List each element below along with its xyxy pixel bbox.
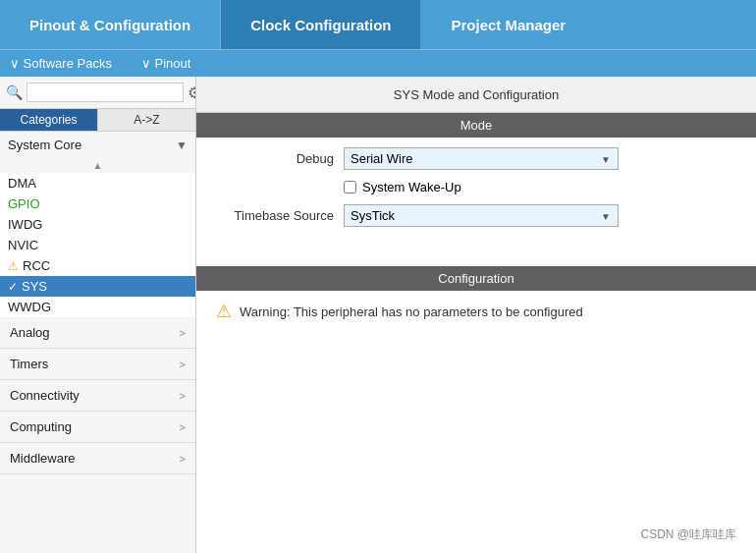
timers-label: Timers: [10, 357, 48, 371]
watermark: CSDN @哇库哇库: [640, 526, 736, 543]
timebase-select-wrapper: SysTick TIM1 TIM2: [344, 204, 619, 227]
debug-row: Debug Serial Wire JTAG (5 pins) JTAG (4 …: [216, 147, 736, 170]
sidebar-category-timers[interactable]: Timers >: [0, 349, 195, 380]
warning-icon: ⚠: [8, 259, 19, 273]
sidebar-item-gpio[interactable]: GPIO: [0, 194, 195, 214]
nvic-label: NVIC: [8, 238, 38, 252]
nav-project-manager[interactable]: Project Manager: [421, 0, 595, 49]
analog-chevron: >: [180, 327, 186, 339]
timebase-label: Timebase Source: [216, 208, 334, 223]
analog-label: Analog: [10, 325, 49, 340]
computing-label: Computing: [10, 419, 72, 434]
sidebar-category-middleware[interactable]: Middleware >: [0, 443, 195, 474]
sidebar-category-analog[interactable]: Analog >: [0, 317, 195, 349]
mode-section-header: Mode: [196, 113, 756, 138]
rcc-label: RCC: [23, 258, 50, 273]
gpio-label: GPIO: [8, 196, 40, 211]
pinout-nav[interactable]: ∨ Pinout: [141, 56, 190, 71]
connectivity-chevron: >: [180, 390, 186, 402]
sidebar-item-rcc[interactable]: ⚠ RCC: [0, 255, 195, 276]
software-packs-nav[interactable]: ∨ Software Packs: [10, 56, 112, 71]
mode-section: Debug Serial Wire JTAG (5 pins) JTAG (4 …: [196, 138, 756, 247]
gear-icon[interactable]: ⚙: [188, 83, 196, 102]
wwdg-label: WWDG: [8, 300, 51, 314]
sidebar-item-wwdg[interactable]: WWDG: [0, 297, 195, 317]
system-core-label: System Core: [8, 138, 81, 152]
nav-clock-config[interactable]: Clock Configuration: [221, 0, 421, 49]
top-navigation: Pinout & Configuration Clock Configurati…: [0, 0, 756, 49]
middleware-label: Middleware: [10, 451, 75, 466]
config-section-header: Configuration: [196, 266, 756, 291]
tab-atoz[interactable]: A->Z: [98, 109, 195, 131]
tab-categories[interactable]: Categories: [0, 109, 98, 131]
search-input[interactable]: [27, 83, 184, 102]
sidebar-item-nvic[interactable]: NVIC: [0, 235, 195, 255]
system-wakeup-label: System Wake-Up: [362, 180, 461, 194]
warning-triangle-icon: ⚠: [216, 301, 232, 322]
system-core-items-list: DMA GPIO IWDG NVIC ⚠ RCC ✓ SYS: [0, 173, 195, 317]
config-section: Configuration ⚠ Warning: This peripheral…: [196, 266, 756, 332]
sidebar-category-connectivity[interactable]: Connectivity >: [0, 380, 195, 412]
nav-pinout-config[interactable]: Pinout & Configuration: [0, 0, 221, 49]
sidebar-item-dma[interactable]: DMA: [0, 173, 195, 194]
check-icon: ✓: [8, 280, 18, 294]
warning-row: ⚠ Warning: This peripheral has no parame…: [196, 291, 756, 332]
search-icon: 🔍: [6, 84, 23, 100]
dma-label: DMA: [8, 176, 36, 191]
sidebar: 🔍 ⚙ Categories A->Z System Core ▼ ▲ DMA: [0, 77, 196, 553]
middleware-chevron: >: [180, 453, 186, 465]
second-navigation: ∨ Software Packs ∨ Pinout: [0, 49, 756, 77]
computing-chevron: >: [180, 421, 186, 433]
timebase-select[interactable]: SysTick TIM1 TIM2: [344, 204, 619, 227]
main-layout: 🔍 ⚙ Categories A->Z System Core ▼ ▲ DMA: [0, 77, 756, 553]
debug-select[interactable]: Serial Wire JTAG (5 pins) JTAG (4 pins) …: [344, 147, 619, 170]
sys-label: SYS: [22, 279, 47, 294]
scroll-up-arrow[interactable]: ▲: [0, 158, 195, 173]
debug-label: Debug: [216, 151, 334, 166]
connectivity-label: Connectivity: [10, 388, 80, 403]
sidebar-item-iwdg[interactable]: IWDG: [0, 214, 195, 235]
debug-select-wrapper: Serial Wire JTAG (5 pins) JTAG (4 pins) …: [344, 147, 619, 170]
sidebar-search-bar: 🔍 ⚙: [0, 77, 195, 109]
system-core-arrow: ▼: [176, 138, 188, 152]
timers-chevron: >: [180, 359, 186, 370]
sidebar-section-system-core[interactable]: System Core ▼: [0, 132, 195, 158]
sidebar-tab-bar: Categories A->Z: [0, 109, 195, 132]
iwdg-label: IWDG: [8, 217, 42, 232]
sidebar-item-sys[interactable]: ✓ SYS: [0, 276, 195, 297]
sidebar-nav-items: System Core ▼ ▲ DMA GPIO IWDG NVIC: [0, 132, 195, 553]
system-wakeup-checkbox[interactable]: [344, 181, 356, 194]
sidebar-category-computing[interactable]: Computing >: [0, 412, 195, 443]
content-area: SYS Mode and Configuration Mode Debug Se…: [196, 77, 756, 553]
system-wakeup-row: System Wake-Up: [216, 180, 736, 194]
warning-text: Warning: This peripheral has no paramete…: [240, 304, 583, 319]
content-page-title: SYS Mode and Configuration: [196, 77, 756, 113]
timebase-row: Timebase Source SysTick TIM1 TIM2: [216, 204, 736, 227]
